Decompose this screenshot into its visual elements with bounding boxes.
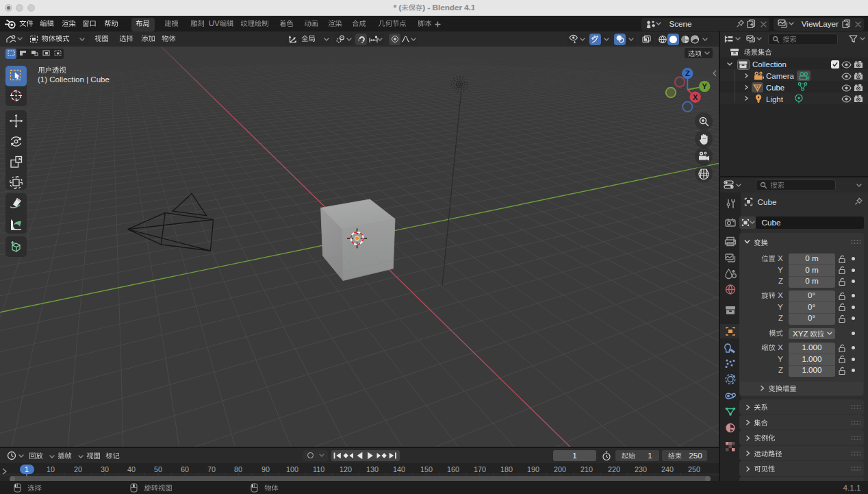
svg-text:Cube: Cube [766,84,784,92]
svg-text:1.000: 1.000 [802,354,822,363]
svg-text:Light: Light [766,95,783,103]
svg-text:Cube: Cube [762,218,781,227]
svg-text:4.1.1: 4.1.1 [843,483,861,492]
svg-text:X: X [778,343,783,351]
svg-text:Z: Z [778,366,783,374]
svg-text:0°: 0° [808,314,815,322]
svg-text:0°: 0° [808,291,815,299]
svg-text:Camera: Camera [766,72,794,80]
svg-text:1.000: 1.000 [802,365,822,374]
svg-text:Collection: Collection [752,60,787,69]
svg-text:1: 1 [25,465,29,473]
svg-text:Y: Y [778,354,783,363]
svg-text:0°: 0° [808,303,815,311]
svg-text:1.000: 1.000 [802,343,822,351]
svg-text:0 m: 0 m [805,254,818,262]
svg-text:Cube: Cube [758,197,777,206]
svg-text:0 m: 0 m [805,265,818,274]
svg-text:X: X [778,254,783,262]
svg-text:Z: Z [778,277,783,285]
svg-text:XYZ: XYZ [793,330,808,338]
svg-text:Y: Y [778,265,783,274]
svg-text:0 m: 0 m [805,276,818,285]
svg-text:Z: Z [778,314,783,322]
svg-text:Y: Y [778,302,783,311]
svg-text:ViewLayer: ViewLayer [802,19,839,28]
svg-text:X: X [778,291,783,299]
